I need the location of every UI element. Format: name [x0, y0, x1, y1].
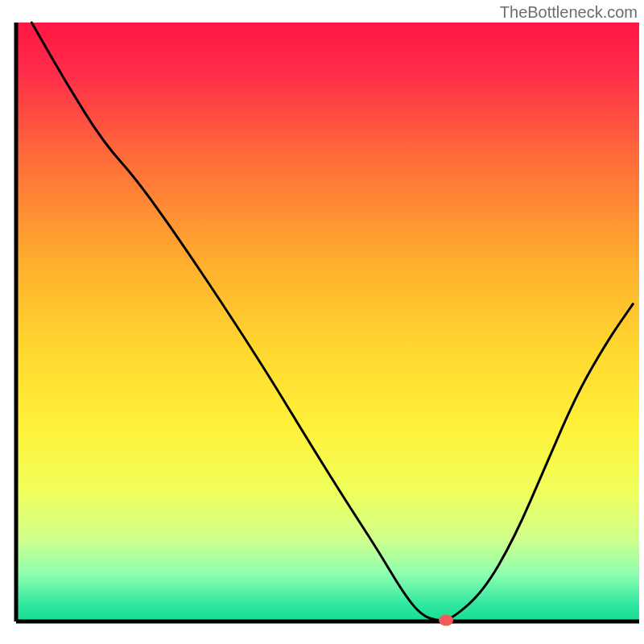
optimal-point-marker — [439, 615, 453, 626]
watermark-text: TheBottleneck.com — [500, 3, 638, 22]
bottleneck-chart — [0, 0, 644, 644]
chart-svg — [0, 0, 644, 644]
gradient-background — [16, 23, 639, 621]
